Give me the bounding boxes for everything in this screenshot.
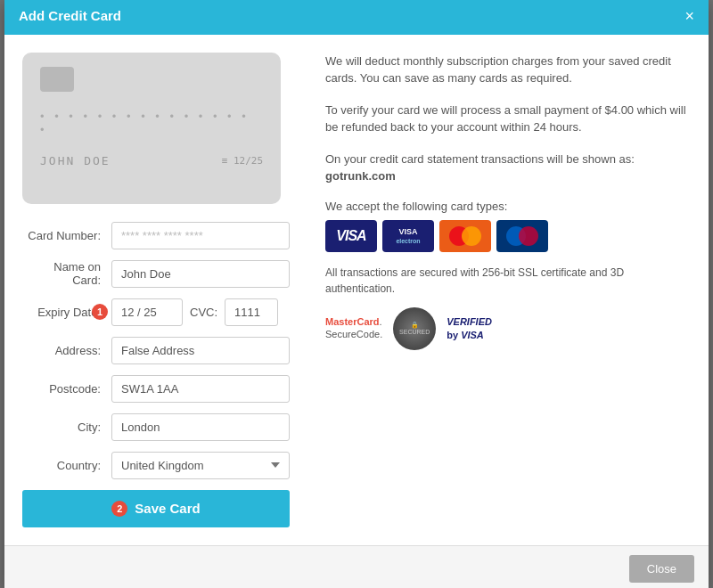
modal-dialog: Add Credit Card × • • • • • • • • • • • … <box>4 0 709 588</box>
left-column: • • • • • • • • • • • • • • • • JOHN DOE… <box>22 53 290 527</box>
country-label: Country: <box>22 459 111 472</box>
verified-by-visa-badge: VERIFIED by VISA <box>447 315 492 341</box>
visa-electron-logo: VISA electron <box>382 220 434 252</box>
save-card-label: Save Card <box>135 501 200 516</box>
city-label: City: <box>22 421 111 434</box>
expiry-cvc-container: 1 CVC: <box>111 298 290 326</box>
cvc-input[interactable] <box>225 298 278 326</box>
modal-body: • • • • • • • • • • • • • • • • JOHN DOE… <box>4 35 709 545</box>
security-badges: MasterCard. SecureCode. 🔒SECURED VERIFIE… <box>325 307 691 350</box>
ssl-text: All transactions are secured with 256-bi… <box>325 265 691 297</box>
visa-logo: VISA <box>325 220 377 252</box>
cvc-label: CVC: <box>190 306 217 319</box>
card-chip <box>40 67 74 92</box>
address-label: Address: <box>22 344 111 357</box>
badge-2: 2 <box>111 501 127 517</box>
address-row: Address: <box>22 337 290 364</box>
badge-1: 1 <box>92 304 108 320</box>
city-input[interactable] <box>111 413 290 441</box>
city-row: City: <box>22 413 290 441</box>
modal-header: Add Credit Card × <box>4 0 709 35</box>
card-number-label: Card Number: <box>22 229 111 242</box>
ssl-secured-text: 🔒SECURED <box>399 322 430 335</box>
name-on-card-label: Name on Card: <box>22 260 111 287</box>
postcode-label: Postcode: <box>22 382 111 396</box>
mastercard-securecode-badge: MasterCard. SecureCode. <box>325 316 382 339</box>
info-text-1: We will deduct monthly subscription char… <box>325 53 691 87</box>
country-select[interactable]: United Kingdom United States Germany <box>111 452 290 479</box>
card-number-input[interactable] <box>111 222 290 249</box>
card-dots: • • • • • • • • • • • • • • • • <box>40 110 263 136</box>
maestro-circles <box>506 226 538 246</box>
card-expiry-display: ≡ 12/25 <box>222 155 263 167</box>
maestro-logo <box>496 220 548 252</box>
modal-title: Add Credit Card <box>19 8 121 23</box>
by-visa-label: by VISA <box>447 329 492 341</box>
expiry-row: Expiry Date: 1 CVC: <box>22 298 290 326</box>
mc-yellow-circle <box>462 226 481 246</box>
card-logos: VISA VISA electron <box>325 220 691 252</box>
info-text-2: To verify your card we will process a sm… <box>325 102 691 136</box>
name-on-card-row: Name on Card: <box>22 260 290 288</box>
info-text-3: On your credit card statement transactio… <box>325 151 691 185</box>
modal-close-button[interactable]: × <box>684 8 694 24</box>
maestro-red-circle <box>519 226 538 246</box>
verified-label: VERIFIED <box>447 315 492 328</box>
postcode-input[interactable] <box>111 375 290 403</box>
card-holder-name: JOHN DOE <box>40 154 111 167</box>
ssl-secured-badge: 🔒SECURED <box>393 307 436 350</box>
save-card-button[interactable]: 2 Save Card <box>22 490 290 527</box>
brand-name: gotrunk.com <box>325 169 396 183</box>
card-types-label: We accept the following card types: <box>325 200 691 213</box>
visa-label: VISA <box>461 330 484 340</box>
card-number-row: Card Number: <box>22 222 290 249</box>
mastercard-logo <box>439 220 491 252</box>
address-input[interactable] <box>111 337 290 364</box>
modal-overlay: Add Credit Card × • • • • • • • • • • • … <box>0 0 713 588</box>
modal-footer: Close <box>4 545 709 589</box>
name-on-card-input[interactable] <box>111 260 290 288</box>
info-text-3-label: On your credit card statement transactio… <box>325 152 635 166</box>
mc-circles <box>449 226 481 246</box>
card-bottom: JOHN DOE ≡ 12/25 <box>40 154 263 167</box>
mastercard-line2: SecureCode. <box>325 329 382 340</box>
credit-card-visual: • • • • • • • • • • • • • • • • JOHN DOE… <box>22 53 281 204</box>
country-row: Country: United Kingdom United States Ge… <box>22 452 290 479</box>
close-button[interactable]: Close <box>629 555 694 583</box>
expiry-input[interactable] <box>111 298 183 326</box>
mastercard-line1: MasterCard. <box>325 316 382 328</box>
postcode-row: Postcode: <box>22 375 290 403</box>
right-column: We will deduct monthly subscription char… <box>316 53 691 527</box>
